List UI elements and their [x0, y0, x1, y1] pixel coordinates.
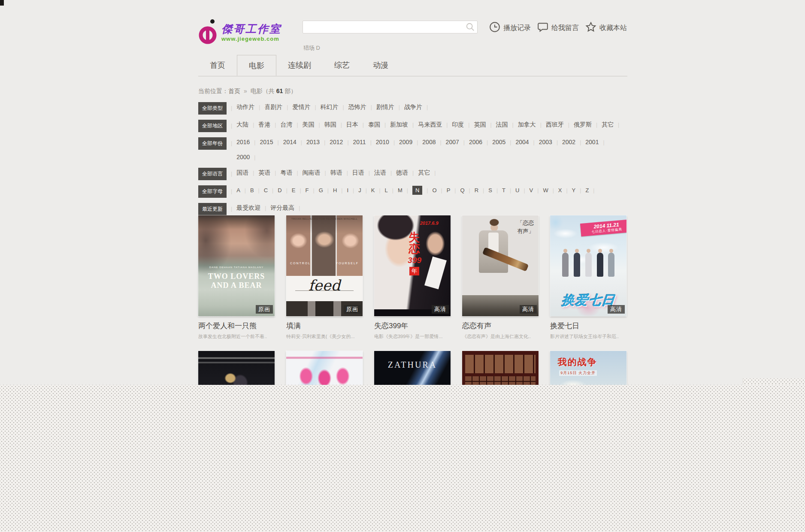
filter-all-regions-button[interactable]: 全部地区: [198, 120, 227, 132]
language-option[interactable]: 国语: [236, 168, 258, 178]
letter-option[interactable]: S: [488, 185, 502, 196]
sort-option[interactable]: 最受欢迎: [236, 203, 270, 213]
type-option[interactable]: 爱情片: [292, 102, 320, 112]
nav-tab[interactable]: 综艺: [323, 55, 361, 76]
breadcrumb-home-link[interactable]: 首页: [228, 88, 240, 94]
letter-option[interactable]: C: [264, 185, 278, 196]
region-option[interactable]: 大陆: [236, 120, 258, 130]
search-button[interactable]: [465, 22, 475, 33]
leave-message-link[interactable]: 给我留言: [537, 21, 579, 34]
region-option[interactable]: 马来西亚: [418, 120, 452, 130]
letter-option[interactable]: V: [530, 185, 543, 196]
letter-option[interactable]: X: [558, 185, 572, 196]
type-option[interactable]: 战争片: [404, 102, 432, 112]
letter-option[interactable]: A: [236, 185, 250, 196]
language-option[interactable]: 法语: [374, 168, 396, 178]
filter-all-types-button[interactable]: 全部类型: [198, 102, 227, 115]
letter-option[interactable]: F: [306, 185, 319, 196]
year-option[interactable]: 2016: [236, 137, 260, 148]
region-option[interactable]: 西班牙: [546, 120, 574, 130]
movie-title[interactable]: 两个爱人和一只熊: [198, 321, 275, 331]
year-option[interactable]: 2007: [446, 137, 469, 148]
language-option[interactable]: 日语: [352, 168, 374, 178]
language-option[interactable]: 粤语: [280, 168, 302, 178]
region-option[interactable]: 香港: [258, 120, 280, 130]
nav-tab[interactable]: 电影: [237, 55, 276, 76]
letter-option[interactable]: I: [347, 185, 358, 196]
year-option[interactable]: 2011: [353, 137, 376, 148]
region-option[interactable]: 美国: [303, 120, 324, 130]
letter-option[interactable]: T: [502, 185, 515, 196]
search-input[interactable]: [306, 22, 462, 33]
filter-all-letters-button[interactable]: 全部字母: [198, 185, 227, 198]
bookmark-site-link[interactable]: 收藏本站: [585, 21, 627, 34]
movie-poster[interactable]: 2014 11.21 七日恋人·爱情骗局 换爱七日 高清: [550, 215, 626, 316]
year-option[interactable]: 2002: [562, 137, 585, 148]
nav-tab[interactable]: 连续剧: [276, 55, 323, 76]
region-option[interactable]: 韩国: [324, 120, 346, 130]
year-option[interactable]: 2012: [330, 137, 353, 148]
play-history-link[interactable]: 播放记录: [489, 21, 531, 34]
letter-option[interactable]: L: [385, 185, 398, 196]
year-option[interactable]: 2008: [422, 137, 445, 148]
language-option[interactable]: 其它: [418, 168, 440, 178]
type-option[interactable]: 恐怖片: [348, 102, 376, 112]
language-option[interactable]: 德语: [396, 168, 418, 178]
year-option[interactable]: 2010: [376, 137, 399, 148]
year-option[interactable]: 2004: [515, 137, 539, 148]
year-option[interactable]: 2005: [492, 137, 515, 148]
language-option[interactable]: 闽南语: [303, 168, 330, 178]
movie-title[interactable]: 填满: [286, 321, 363, 331]
region-option[interactable]: 日本: [346, 120, 368, 130]
letter-option[interactable]: Z: [585, 185, 599, 196]
sort-option[interactable]: 评分最高: [270, 203, 304, 213]
letter-option[interactable]: O: [432, 185, 446, 196]
letter-option[interactable]: Y: [572, 185, 586, 196]
movie-title[interactable]: 失恋399年: [374, 321, 451, 331]
region-option[interactable]: 俄罗斯: [574, 120, 602, 130]
letter-option[interactable]: H: [333, 185, 347, 196]
region-option[interactable]: 印度: [452, 120, 474, 130]
region-option[interactable]: 加拿大: [518, 120, 546, 130]
letter-option[interactable]: P: [447, 185, 460, 196]
movie-title[interactable]: 恋恋有声: [462, 321, 539, 331]
letter-option[interactable]: W: [543, 185, 558, 196]
letter-option[interactable]: M: [398, 185, 412, 196]
letter-option[interactable]: N: [412, 185, 433, 196]
movie-poster[interactable]: DANE DEHAAN TATIANA MASLANY TWO LOVERS A…: [198, 215, 275, 316]
letter-option[interactable]: R: [475, 185, 489, 196]
year-option[interactable]: 2013: [306, 137, 330, 148]
letter-option[interactable]: J: [358, 185, 371, 196]
letter-option[interactable]: D: [278, 185, 292, 196]
type-option[interactable]: 剧情片: [376, 102, 404, 112]
movie-title[interactable]: 换爱七日: [550, 321, 626, 331]
year-option[interactable]: 2006: [469, 137, 492, 148]
type-option[interactable]: 科幻片: [321, 102, 348, 112]
site-logo[interactable]: 傑哥工作室 www.jiegeweb.com: [198, 17, 281, 47]
type-option[interactable]: 喜剧片: [264, 102, 292, 112]
year-option[interactable]: 2014: [283, 137, 306, 148]
letter-option[interactable]: G: [319, 185, 333, 196]
letter-option[interactable]: Q: [460, 185, 474, 196]
filter-all-languages-button[interactable]: 全部语言: [198, 168, 227, 180]
region-option[interactable]: 泰国: [368, 120, 390, 130]
type-option[interactable]: 动作片: [236, 102, 264, 112]
filter-all-years-button[interactable]: 全部年份: [198, 137, 227, 150]
language-option[interactable]: 英语: [258, 168, 280, 178]
nav-tab[interactable]: 动漫: [361, 55, 400, 76]
year-option[interactable]: 2015: [260, 137, 283, 148]
region-option[interactable]: 新加坡: [390, 120, 418, 130]
nav-tab[interactable]: 首页: [198, 55, 237, 76]
year-option[interactable]: 2001: [585, 137, 608, 148]
sort-recent-button[interactable]: 最近更新: [198, 203, 227, 215]
letter-option[interactable]: U: [515, 185, 530, 196]
year-option[interactable]: 2000: [236, 152, 260, 163]
region-option[interactable]: 其它: [602, 120, 623, 130]
movie-poster[interactable]: 2017.6.9 失恋 399 年 高清: [374, 215, 451, 316]
region-option[interactable]: 台湾: [280, 120, 302, 130]
region-option[interactable]: 英国: [474, 120, 496, 130]
language-option[interactable]: 韩语: [330, 168, 352, 178]
movie-poster[interactable]: 「恋恋 有声」 高清: [462, 215, 539, 316]
letter-option[interactable]: K: [371, 185, 385, 196]
hot-search-keyword[interactable]: 猎场 D: [303, 44, 320, 52]
